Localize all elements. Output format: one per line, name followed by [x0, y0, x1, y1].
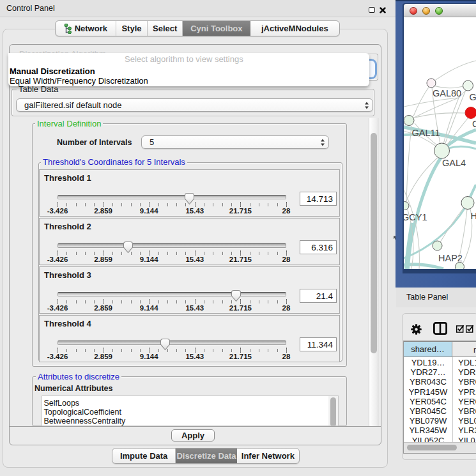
svg-text:GAL11: GAL11	[412, 128, 440, 138]
svg-text:GAL80: GAL80	[433, 88, 461, 98]
svg-text:GA: GA	[470, 92, 476, 102]
svg-text:H: H	[471, 211, 476, 221]
svg-text:GCY1: GCY1	[404, 212, 427, 222]
svg-text:C: C	[472, 119, 476, 129]
svg-text:HAP2: HAP2	[438, 253, 463, 263]
svg-text:GAL4: GAL4	[442, 158, 466, 168]
